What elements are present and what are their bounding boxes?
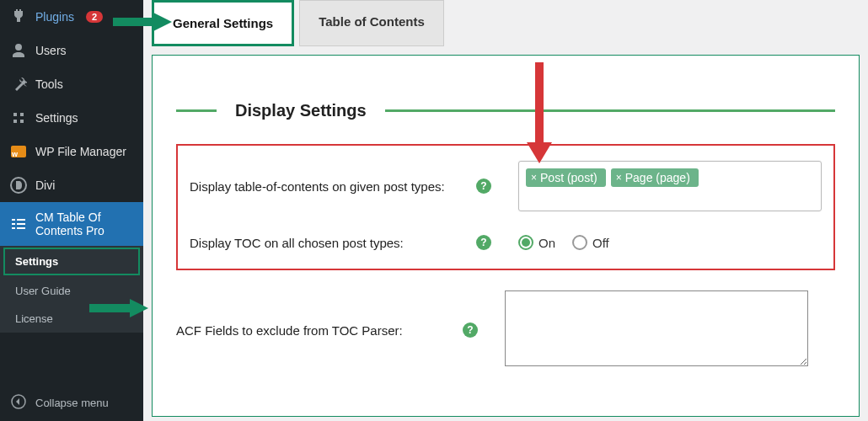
sidebar-label: Plugins xyxy=(35,10,74,24)
radio-off[interactable]: Off xyxy=(572,235,609,250)
help-icon[interactable]: ? xyxy=(476,179,491,194)
acf-exclude-textarea[interactable] xyxy=(505,290,808,366)
sidebar-item-plugins[interactable]: Plugins 2 xyxy=(0,0,143,34)
tabs: General Settings Table of Contents xyxy=(152,0,860,46)
field-control: ×Post (post) ×Page (page) xyxy=(518,161,822,211)
field-acf-exclude: ACF Fields to exclude from TOC Parser: ? xyxy=(176,290,835,370)
settings-icon xyxy=(10,109,27,126)
field-display-all: Display TOC on all chosen post types: ? … xyxy=(190,235,822,250)
tools-icon xyxy=(10,76,27,93)
wpfm-icon xyxy=(10,143,27,160)
remove-token-icon[interactable]: × xyxy=(616,172,622,184)
svg-rect-5 xyxy=(12,227,15,229)
settings-panel: Display Settings Display table-of-conten… xyxy=(152,55,860,417)
plugin-icon xyxy=(10,8,27,25)
sidebar-item-tools[interactable]: Tools xyxy=(0,67,143,101)
sidebar-label: Settings xyxy=(35,111,78,125)
field-control xyxy=(505,290,835,370)
sidebar-item-wpfilemanager[interactable]: WP File Manager xyxy=(0,135,143,168)
submenu-item-userguide[interactable]: User Guide xyxy=(0,277,143,305)
field-label: ACF Fields to exclude from TOC Parser: xyxy=(176,323,463,338)
heading-line-left xyxy=(176,109,217,112)
section-title: Display Settings xyxy=(217,101,385,120)
sidebar-label: CM Table Of Contents Pro xyxy=(35,210,133,237)
svg-rect-3 xyxy=(12,223,15,225)
main-content: General Settings Table of Contents Displ… xyxy=(143,0,868,421)
remove-token-icon[interactable]: × xyxy=(531,172,537,184)
svg-rect-6 xyxy=(17,227,25,229)
sidebar-submenu: Settings User Guide License xyxy=(0,246,143,333)
token-post[interactable]: ×Post (post) xyxy=(526,168,606,187)
radio-group-displayall: On Off xyxy=(518,235,822,250)
collapse-icon xyxy=(10,393,27,413)
sidebar-label: Divi xyxy=(35,179,55,192)
field-label: Display TOC on all chosen post types: xyxy=(190,236,476,250)
sidebar-item-settings[interactable]: Settings xyxy=(0,101,143,135)
field-post-types: Display table-of-contents on given post … xyxy=(190,161,822,211)
post-types-input[interactable]: ×Post (post) ×Page (page) xyxy=(518,161,822,211)
tab-table-of-contents[interactable]: Table of Contents xyxy=(299,0,444,46)
token-label: Page (page) xyxy=(625,171,690,184)
plugins-badge: 2 xyxy=(86,11,103,23)
collapse-menu[interactable]: Collapse menu xyxy=(0,385,143,421)
highlighted-settings-box: Display table-of-contents on given post … xyxy=(176,144,835,270)
sidebar-label: Users xyxy=(35,44,67,57)
radio-label: On xyxy=(538,236,555,250)
svg-rect-1 xyxy=(12,219,15,221)
help-icon[interactable]: ? xyxy=(463,322,478,338)
divi-icon xyxy=(10,177,27,194)
admin-sidebar: Plugins 2 Users Tools Settings WP File M… xyxy=(0,0,143,421)
token-page[interactable]: ×Page (page) xyxy=(611,168,699,187)
sidebar-item-cmtoc[interactable]: CM Table Of Contents Pro xyxy=(0,202,143,246)
svg-rect-2 xyxy=(17,219,25,221)
user-icon xyxy=(10,42,27,59)
tab-general-settings[interactable]: General Settings xyxy=(152,0,294,46)
radio-icon xyxy=(572,235,587,250)
sidebar-label: Tools xyxy=(35,77,63,91)
radio-label: Off xyxy=(592,236,609,250)
submenu-item-license[interactable]: License xyxy=(0,305,143,333)
field-label: Display table-of-contents on given post … xyxy=(190,179,476,194)
sidebar-item-divi[interactable]: Divi xyxy=(0,168,143,202)
help-icon[interactable]: ? xyxy=(476,235,491,250)
radio-icon xyxy=(518,235,533,250)
token-label: Post (post) xyxy=(540,171,597,184)
submenu-item-settings[interactable]: Settings xyxy=(3,248,140,275)
cmtoc-icon xyxy=(10,216,27,232)
section-heading: Display Settings xyxy=(176,101,835,120)
sidebar-label: WP File Manager xyxy=(35,145,126,158)
collapse-label: Collapse menu xyxy=(35,397,109,409)
heading-line-right xyxy=(385,109,835,112)
field-control: On Off xyxy=(518,235,822,250)
radio-on[interactable]: On xyxy=(518,235,555,250)
sidebar-item-users[interactable]: Users xyxy=(0,34,143,67)
svg-rect-4 xyxy=(17,223,25,225)
